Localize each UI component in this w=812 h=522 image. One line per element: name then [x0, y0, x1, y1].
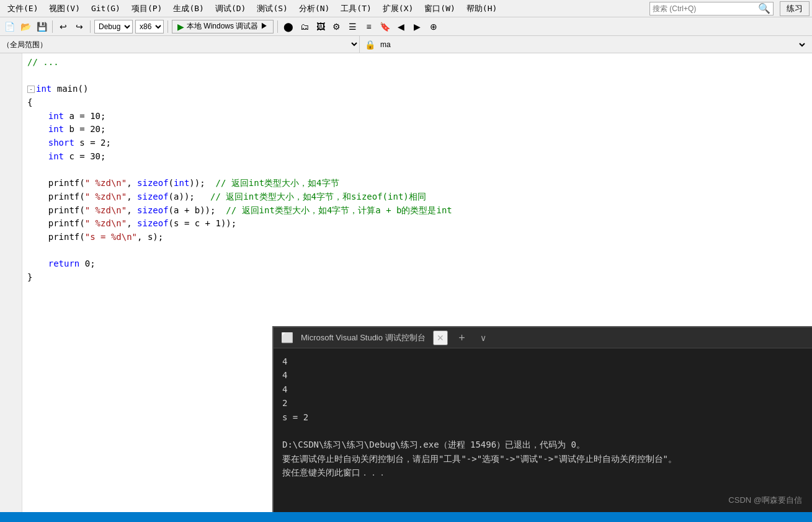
terminal-output-line-4: 2 — [282, 396, 803, 410]
menu-project[interactable]: 项目(P) — [127, 2, 167, 15]
menu-tools[interactable]: 工具(T) — [336, 2, 376, 15]
new-file-icon[interactable]: 📄 — [2, 20, 16, 33]
terminal-close-button[interactable]: ✕ — [433, 330, 448, 345]
terminal-output-line-5: s = 2 — [282, 410, 803, 424]
toolbar: 📄 📂 💾 ↩ ↪ Debug x86 ▶ 本地 Windows 调试器 ▶ ⬤… — [0, 17, 812, 36]
locationbar: （全局范围） 🔒 ma — [0, 36, 812, 53]
play-icon: ▶ — [177, 22, 184, 32]
redo-icon[interactable]: ↪ — [73, 20, 86, 33]
terminal-add-button[interactable]: + — [455, 331, 469, 345]
run-label: 本地 Windows 调试器 ▶ — [187, 21, 268, 32]
menu-analyze[interactable]: 分析(N) — [294, 2, 334, 15]
settings-icon[interactable]: ⚙ — [330, 20, 344, 33]
terminal-output-line-3: 4 — [282, 383, 803, 396]
search-icon: 🔍 — [758, 2, 770, 14]
nav-back-icon[interactable]: ◀ — [395, 20, 408, 33]
menu-extensions[interactable]: 扩展(X) — [378, 2, 418, 15]
folder-icon[interactable]: 🗂 — [298, 20, 311, 33]
open-file-icon[interactable]: 📂 — [19, 20, 32, 33]
terminal-output-line-2: 4 — [282, 368, 803, 382]
editor-area: // ... -int main() { int a = 10; int b =… — [0, 53, 812, 512]
menu-view[interactable]: 视图(V) — [44, 2, 84, 15]
terminal-content: 4 4 4 2 s = 2 D:\CSDN\练习\练习\Debug\练习.exe… — [274, 348, 812, 486]
undo-icon[interactable]: ↩ — [56, 20, 70, 33]
separator-2 — [90, 20, 91, 33]
menu-file[interactable]: 文件(E) — [2, 2, 43, 15]
scope-select[interactable]: （全局范围） — [0, 36, 359, 53]
more-icon[interactable]: ⊕ — [427, 20, 440, 33]
breakpoint-icon[interactable]: ⬤ — [282, 20, 295, 33]
menu-help[interactable]: 帮助(H) — [462, 2, 502, 15]
menu-git[interactable]: Git(G) — [86, 2, 125, 14]
platform-select[interactable]: x86 — [135, 20, 164, 33]
location-left: （全局范围） — [0, 36, 360, 53]
run-button[interactable]: ▶ 本地 Windows 调试器 ▶ — [172, 20, 274, 33]
menu-build[interactable]: 生成(B) — [168, 2, 208, 15]
terminal-output-line-1: 4 — [282, 355, 803, 368]
terminal-hint-message: 要在调试停止时自动关闭控制台，请启用"工具"->"选项"->"调试"->"调试停… — [282, 452, 803, 466]
location-right: 🔒 ma — [360, 40, 812, 50]
lock-icon: 🔒 — [365, 40, 375, 50]
image-icon[interactable]: 🖼 — [314, 20, 328, 33]
collapse-marker[interactable]: - — [27, 86, 35, 93]
align-right-icon[interactable]: ≡ — [362, 20, 376, 33]
terminal-close-hint: 按任意键关闭此窗口．．． — [282, 466, 803, 479]
bookmark-icon[interactable]: 🔖 — [378, 20, 392, 33]
csdn-watermark: CSDN @啊森要自信 — [728, 495, 802, 506]
member-select[interactable]: ma — [378, 40, 807, 50]
align-left-icon[interactable]: ☰ — [346, 20, 360, 33]
separator-4 — [277, 20, 278, 33]
practice-button[interactable]: 练习 — [780, 1, 810, 16]
search-input[interactable] — [653, 4, 758, 13]
statusbar-text — [5, 513, 9, 521]
save-file-icon[interactable]: 💾 — [35, 20, 48, 33]
statusbar — [0, 512, 812, 522]
terminal-icon: ⬜ — [281, 332, 293, 343]
terminal-panel: ⬜ Microsoft Visual Studio 调试控制台 ✕ + ∨ 4 … — [272, 326, 812, 512]
separator-3 — [167, 20, 168, 33]
menu-debug[interactable]: 调试(D) — [210, 2, 251, 15]
line-numbers — [0, 53, 22, 512]
terminal-exit-message: D:\CSDN\练习\练习\Debug\练习.exe（进程 15496）已退出，… — [282, 438, 803, 451]
menu-window[interactable]: 窗口(W) — [419, 2, 460, 15]
separator-1 — [52, 20, 53, 33]
menubar: 文件(E) 视图(V) Git(G) 项目(P) 生成(B) 调试(D) 测试(… — [0, 0, 812, 17]
terminal-title: Microsoft Visual Studio 调试控制台 — [301, 332, 426, 343]
search-box[interactable]: 🔍 — [649, 2, 774, 15]
terminal-chevron-button[interactable]: ∨ — [476, 331, 490, 345]
terminal-titlebar: ⬜ Microsoft Visual Studio 调试控制台 ✕ + ∨ — [274, 327, 812, 348]
nav-fwd-icon[interactable]: ▶ — [411, 20, 424, 33]
menu-test[interactable]: 测试(S) — [252, 2, 292, 15]
debug-config-select[interactable]: Debug — [94, 20, 133, 33]
